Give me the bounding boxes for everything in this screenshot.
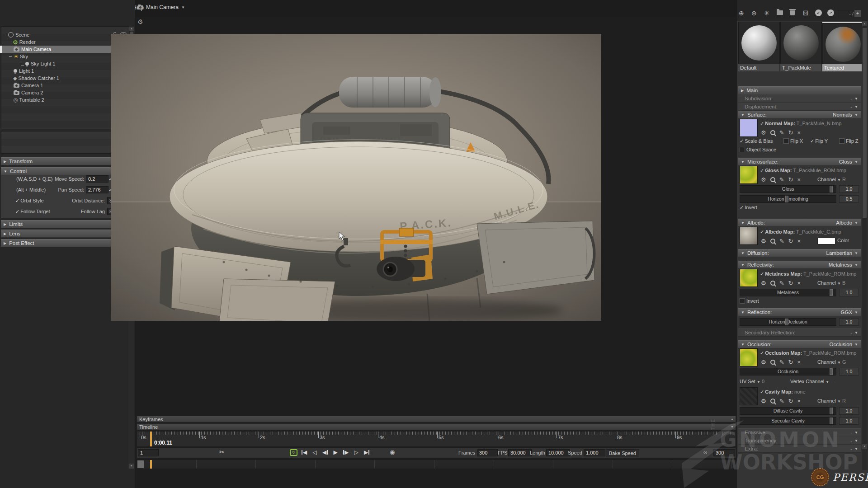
reload-icon[interactable]: ↻: [788, 238, 793, 244]
clear-icon[interactable]: ×: [797, 359, 801, 366]
occlusion-value-field[interactable]: 1.0: [839, 368, 859, 375]
gloss-map-thumbnail[interactable]: [740, 166, 758, 184]
transform-section-header[interactable]: ▶ Transform: [1, 157, 128, 165]
tree-item-main-camera[interactable]: Main Camera: [1, 46, 128, 53]
play-outline-button[interactable]: ▷: [352, 449, 360, 456]
gloss-value-field[interactable]: 1.0: [839, 185, 859, 193]
viewport-settings-gear-icon[interactable]: ⚙: [137, 18, 143, 25]
material-tile-default[interactable]: Default: [738, 22, 779, 71]
reflection-mode-dropdown[interactable]: GGX▼: [841, 310, 858, 315]
displacement-section-header[interactable]: Displacement: -▼: [738, 103, 861, 111]
scissors-icon[interactable]: ✂: [219, 449, 224, 455]
post-effect-section-header[interactable]: ▶ Post Effect: [1, 239, 128, 247]
normal-map-thumbnail[interactable]: [740, 119, 758, 137]
reload-icon[interactable]: ↻: [788, 280, 793, 286]
move-speed-field[interactable]: 0.2: [86, 175, 108, 183]
scroll-down-icon[interactable]: ▼: [129, 464, 134, 469]
albedo-map-thumbnail[interactable]: [740, 227, 758, 245]
timeline-ruler[interactable]: 0s 1s 2s 3s 4s 5s 6s 7s 8s 9s 0:00.11: [137, 431, 736, 447]
material-counter-field[interactable]: - /: [838, 10, 856, 17]
surface-mode-dropdown[interactable]: Normals▼: [833, 112, 858, 117]
tree-item-light-1[interactable]: Light 1: [1, 67, 128, 75]
bake-speed-button[interactable]: Bake Speed: [606, 449, 639, 457]
tree-item-render[interactable]: ⚙ Render: [1, 38, 128, 46]
flip-x-check[interactable]: Flip X: [783, 138, 803, 144]
gear-icon[interactable]: ⚙: [761, 359, 766, 366]
specular-cavity-slider[interactable]: Specular Cavity: [740, 417, 836, 425]
viewport-3d[interactable]: P.A.C.K. M.U.L.E.: [111, 34, 601, 321]
current-frame-field[interactable]: 1: [138, 449, 159, 456]
load-material-folder-icon[interactable]: [777, 10, 783, 16]
speed-field[interactable]: 1.000: [584, 449, 605, 456]
scroll-down-icon[interactable]: ▼: [862, 444, 867, 449]
horizon-smoothing-value-field[interactable]: 0.5: [839, 195, 859, 203]
reload-icon[interactable]: ↻: [788, 398, 793, 404]
new-material-icon[interactable]: ⊕: [739, 9, 744, 17]
emissive-section-header[interactable]: Emissive: -▼: [738, 428, 861, 436]
reload-icon[interactable]: ↻: [788, 359, 793, 366]
specular-cavity-value-field[interactable]: 1.0: [839, 417, 859, 425]
viewport-camera-selector[interactable]: Main Camera ▼: [137, 4, 185, 10]
metalness-slider[interactable]: Metalness: [740, 289, 836, 296]
tree-item-turntable-2[interactable]: ◎ Turntable 2: [1, 96, 128, 103]
playhead[interactable]: [150, 432, 152, 446]
vertex-channel-dropdown[interactable]: Vertex Channel ▼ -: [790, 379, 832, 384]
expander-icon[interactable]: [4, 35, 7, 35]
tree-item-scene[interactable]: Scene: [1, 31, 128, 38]
scroll-up-icon[interactable]: ▲: [862, 21, 867, 26]
fps-field[interactable]: 30.000: [508, 449, 532, 456]
tree-item-shadow-catcher-1[interactable]: ◆ Shadow Catcher 1: [1, 75, 128, 82]
scroll-thumb[interactable]: [863, 28, 867, 218]
tree-item-camera-1[interactable]: Camera 1: [1, 82, 128, 89]
edit-icon[interactable]: ✎: [779, 359, 784, 366]
range-handle[interactable]: [137, 460, 144, 468]
search-icon[interactable]: [770, 177, 775, 182]
link-icon[interactable]: ∞: [703, 449, 708, 455]
clear-icon[interactable]: ×: [797, 176, 801, 183]
range-strip[interactable]: [137, 460, 736, 469]
control-section-header[interactable]: ▼ Control: [1, 167, 128, 175]
gear-icon[interactable]: ⚙: [761, 398, 766, 404]
length-field[interactable]: 10.000: [546, 449, 570, 456]
search-icon[interactable]: [770, 281, 775, 286]
collapse-arrows-icon[interactable]: ▼: [731, 424, 734, 430]
clear-icon[interactable]: ×: [797, 129, 801, 136]
delete-material-trash-icon[interactable]: [790, 10, 795, 16]
metalness-map-thumbnail[interactable]: [740, 269, 758, 287]
microsurface-mode-dropdown[interactable]: Gloss▼: [839, 159, 858, 164]
flip-z-check[interactable]: Flip Z: [839, 138, 859, 144]
reload-icon[interactable]: ↻: [788, 129, 793, 136]
occlusion-mode-dropdown[interactable]: Occlusion▼: [830, 342, 858, 347]
search-icon[interactable]: [770, 239, 775, 244]
albedo-color-swatch[interactable]: [817, 238, 835, 244]
cavity-channel-dropdown[interactable]: Channel ▼ R: [817, 398, 846, 404]
tree-item-sky-light-1[interactable]: Sky Light 1: [1, 60, 128, 67]
search-icon[interactable]: [770, 360, 775, 365]
flip-y-check[interactable]: ✓Flip Y: [810, 138, 828, 144]
search-icon[interactable]: [770, 399, 775, 404]
scroll-up-icon[interactable]: ▲: [129, 27, 134, 31]
albedo-mode-dropdown[interactable]: Albedo▼: [836, 220, 858, 225]
gear-icon[interactable]: ⚙: [761, 176, 766, 183]
timeline-bar[interactable]: Timeline ▼: [137, 423, 736, 430]
search-icon[interactable]: [770, 130, 775, 135]
pan-speed-field[interactable]: 2.776: [86, 186, 108, 193]
keyframes-bar[interactable]: Keyframes ▲: [137, 416, 736, 422]
step-forward-button[interactable]: ▶: [342, 449, 350, 456]
secondary-reflection-section-header[interactable]: Secondary Reflection: -▼: [738, 328, 861, 337]
clear-icon[interactable]: ×: [797, 280, 801, 286]
horizon-smoothing-slider[interactable]: Horizon Smoothing: [740, 195, 836, 203]
compass-icon[interactable]: ◉: [390, 449, 395, 455]
loop-toggle-icon[interactable]: ↻: [290, 449, 297, 456]
step-back-button[interactable]: ◀: [321, 449, 329, 456]
edit-icon[interactable]: ✎: [779, 398, 784, 404]
albedo-section-header[interactable]: ▼Albedo: Albedo▼: [738, 219, 861, 227]
range-playhead[interactable]: [150, 460, 152, 469]
frames-field[interactable]: 300: [477, 449, 498, 456]
tree-item-sky[interactable]: ☀ Sky: [1, 53, 128, 60]
orbit-style-check[interactable]: ✓Orbit Style: [15, 198, 44, 204]
reflection-section-header[interactable]: ▼Reflection: GGX▼: [738, 308, 861, 316]
material-panel-scrollbar[interactable]: ▲ ▼: [862, 21, 868, 470]
occlusion-slider[interactable]: Occlusion: [740, 368, 836, 375]
reflectivity-section-header[interactable]: ▼Reflectivity: Metalness▼: [738, 261, 861, 269]
